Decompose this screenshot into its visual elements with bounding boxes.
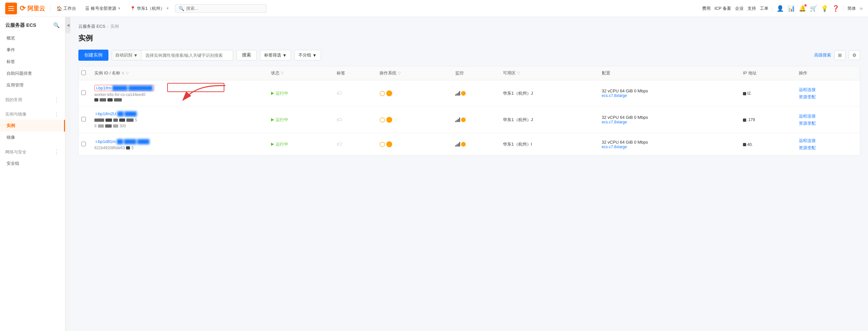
- nav-notification-icon[interactable]: 🔔: [799, 5, 806, 12]
- sidebar-item-tags[interactable]: 标签: [0, 56, 65, 68]
- collapse-arrow-icon: ◀: [67, 23, 69, 27]
- instance-search-input[interactable]: [142, 51, 233, 60]
- row2-instance-id-link[interactable]: i-bp1ifm2U ██ ████: [94, 111, 138, 117]
- nav-lang[interactable]: 简体: [847, 5, 856, 11]
- tag-filter-button[interactable]: 标签筛选 ▼: [260, 50, 291, 60]
- row2-remote-connect-link[interactable]: 远程连接: [799, 113, 856, 119]
- table-row: i-bp1ifm2U ██ ████: [79, 106, 860, 133]
- row3-os-cell: ⬡: [376, 133, 451, 156]
- col-os: 操作系统 ▽: [376, 66, 451, 80]
- row3-id-masked: ██ ████ ████: [117, 139, 149, 144]
- column-settings-button[interactable]: ⊞: [834, 50, 845, 60]
- search-tag-dropdown[interactable]: 自动识别 ▼: [112, 50, 142, 60]
- row1-instance-id-link[interactable]: i-bp1ifm █████ ████████: [94, 85, 154, 91]
- sidebar-item-appmanage[interactable]: 应用管理: [0, 79, 65, 91]
- breadcrumb-root[interactable]: 云服务器 ECS: [79, 24, 105, 29]
- sidebar-item-overview[interactable]: 概览: [0, 32, 65, 44]
- search-button[interactable]: 搜索: [237, 50, 257, 60]
- refresh-button[interactable]: ⚙: [849, 50, 860, 60]
- row3-checkbox[interactable]: [81, 142, 86, 146]
- row3-remote-connect-link[interactable]: 远程连接: [799, 138, 856, 144]
- row2-config-link[interactable]: ecs.c7.8xlarge: [602, 120, 735, 124]
- sidebar-group-my-favorites: 我的常用 ⋮: [0, 92, 65, 105]
- nav-person-icon[interactable]: 👤: [777, 5, 784, 12]
- global-search-input[interactable]: [186, 6, 263, 11]
- hamburger-menu[interactable]: [5, 3, 17, 14]
- top-navigation: ⟳ 阿里云 🏠 工作台 ☰ 账号全部资源 ▼ 📍 华东1（杭州） ▼ 🔍 费用 …: [0, 0, 868, 17]
- row1-monitor-cell: [451, 80, 499, 106]
- row3-tag-icon[interactable]: 🏷: [337, 141, 342, 147]
- my-favorites-more-icon[interactable]: ⋮: [54, 96, 60, 103]
- nav-icp[interactable]: ICP 备案: [714, 5, 731, 11]
- row3-os-stack-icon: ⬡: [379, 140, 385, 148]
- row2-resource-change-link[interactable]: 资源变配: [799, 121, 856, 126]
- row1-instance-id-cell: i-bp1ifm █████ ████████ worker-k8s-for-c…: [90, 80, 267, 106]
- create-instance-button[interactable]: 创建实例: [79, 49, 108, 61]
- instance-id-sort-icon: ⇅: [122, 71, 124, 75]
- col-tags: 标签: [333, 66, 376, 80]
- nav-help-icon[interactable]: ❓: [832, 5, 839, 12]
- instance-id-filter-icon[interactable]: ▽: [126, 71, 129, 75]
- zone-filter-icon[interactable]: ▽: [517, 71, 520, 75]
- row3-status-icon: [271, 143, 274, 146]
- col-zone: 可用区 ▽: [499, 66, 598, 80]
- row3-ip-cell: 40.: [739, 133, 795, 156]
- sidebar-item-events[interactable]: 事件: [0, 44, 65, 56]
- global-search: 🔍: [175, 4, 267, 13]
- aliyun-logo: ⟳ 阿里云: [20, 4, 45, 13]
- nav-bulb-icon[interactable]: 💡: [821, 5, 828, 12]
- row3-instance-id-link[interactable]: i-bp1d81m ██ ████ ████: [94, 139, 151, 144]
- row3-resource-change-link[interactable]: 资源变配: [799, 145, 856, 151]
- page-title: 实例: [79, 33, 860, 43]
- row1-config-cell: 32 vCPU 64 GiB 0 Mbps ecs.c7.8xlarge: [598, 80, 739, 106]
- os-filter-icon[interactable]: ▽: [398, 71, 401, 75]
- row1-zone-cell: 华东1（杭州）J: [499, 80, 598, 106]
- row2-id-masked: ██ ████: [117, 111, 136, 116]
- row1-monitor-globe: [461, 91, 466, 96]
- sidebar-item-instances[interactable]: 实例: [0, 120, 65, 132]
- advanced-search-link[interactable]: 高级搜索: [814, 52, 831, 58]
- row2-sub-ids2: 8 300: [94, 124, 263, 128]
- table-header-row: 实例 ID / 名称 ⇅ ▽ 状态 ▽: [79, 66, 860, 80]
- nav-cart-icon[interactable]: 🛒: [810, 5, 817, 12]
- row1-os-globe-icon: [386, 91, 392, 96]
- sidebar-item-securitygroup[interactable]: 安全组: [0, 158, 65, 169]
- nav-support[interactable]: 支持: [747, 5, 756, 11]
- nav-workorder[interactable]: 工单: [760, 5, 768, 11]
- row2-tag-cell: 🏷: [333, 106, 376, 133]
- sidebar-collapse-button[interactable]: ◀: [65, 17, 70, 33]
- row2-tag-icon[interactable]: 🏷: [337, 117, 342, 123]
- row1-config-link[interactable]: ecs.c7.8xlarge: [602, 93, 735, 98]
- network-more-icon[interactable]: ⋮: [54, 148, 60, 156]
- row1-tag-icon[interactable]: 🏷: [337, 91, 342, 96]
- row1-checkbox[interactable]: [81, 91, 86, 95]
- row1-status-icon: [271, 92, 274, 95]
- group-filter-button[interactable]: 不分组 ▼: [294, 50, 321, 60]
- instances-more-icon[interactable]: ⋮: [54, 111, 60, 118]
- nav-account[interactable]: ☰ 账号全部资源 ▼: [82, 4, 124, 13]
- nav-enterprise[interactable]: 企业: [735, 5, 744, 11]
- select-all-checkbox[interactable]: [81, 70, 86, 75]
- row1-instance-name: worker-k8s-for-cs-ca144ee40: [94, 92, 263, 97]
- sidebar-search-icon[interactable]: 🔍: [53, 22, 60, 28]
- sidebar-item-troubleshoot[interactable]: 自助问题排查: [0, 68, 65, 79]
- col-monitor: 监控: [451, 66, 499, 80]
- instance-search-bar: 自动识别 ▼: [112, 50, 233, 60]
- row2-ip-cell: .179: [739, 106, 795, 133]
- nav-monitor-icon[interactable]: 📊: [788, 5, 795, 12]
- nav-fees[interactable]: 费用: [702, 5, 711, 11]
- tag-filter-dropdown-icon: ▼: [282, 53, 287, 58]
- row1-resource-change-link[interactable]: 资源变配: [799, 94, 856, 100]
- nav-workbench[interactable]: 🏠 工作台: [53, 4, 80, 13]
- row1-actions-cell: 远程连接 资源变配: [795, 80, 860, 106]
- sidebar-item-images[interactable]: 镜像: [0, 132, 65, 143]
- row1-remote-connect-link[interactable]: 远程连接: [799, 87, 856, 93]
- status-filter-icon[interactable]: ▽: [281, 71, 284, 75]
- row3-config-cell: 32 vCPU 64 GiB 0 Mbps ecs.c7.8xlarge: [598, 133, 739, 156]
- row3-config-link[interactable]: ecs.c7.8xlarge: [602, 144, 735, 149]
- nav-region[interactable]: 📍 华东1（杭州） ▼: [127, 4, 173, 13]
- row2-monitor-bar: [455, 118, 460, 122]
- toolbar-right: 高级搜索 ⊞ ⚙: [814, 50, 860, 60]
- row2-actions-cell: 远程连接 资源变配: [795, 106, 860, 133]
- row2-checkbox[interactable]: [81, 117, 86, 122]
